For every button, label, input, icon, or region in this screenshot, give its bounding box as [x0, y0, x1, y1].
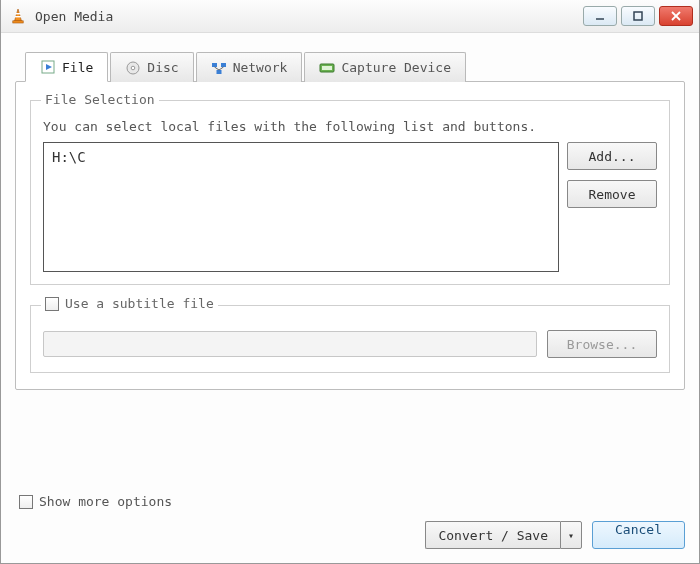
maximize-button[interactable]: [621, 6, 655, 26]
convert-save-button[interactable]: Convert / Save: [425, 521, 560, 549]
subtitle-path-input[interactable]: [43, 331, 537, 357]
file-play-icon: [40, 59, 56, 75]
titlebar: Open Media: [1, 0, 699, 33]
file-list-item[interactable]: H:\C: [52, 149, 550, 165]
remove-button[interactable]: Remove: [567, 180, 657, 208]
svg-rect-2: [15, 16, 21, 17]
svg-rect-13: [221, 63, 226, 67]
disc-icon: [125, 60, 141, 76]
svg-rect-14: [216, 70, 221, 74]
file-selection-hint: You can select local files with the foll…: [43, 119, 657, 134]
browse-subtitle-button[interactable]: Browse...: [547, 330, 657, 358]
close-button[interactable]: [659, 6, 693, 26]
convert-save-split-button: Convert / Save ▾: [425, 521, 582, 549]
window-title: Open Media: [35, 9, 583, 24]
show-more-options-label: Show more options: [39, 494, 172, 509]
tab-bar: File Disc Network: [15, 51, 685, 81]
add-button[interactable]: Add...: [567, 142, 657, 170]
vlc-cone-icon: [9, 7, 27, 25]
file-selection-group: File Selection You can select local file…: [30, 100, 670, 285]
cancel-button-label: Cancel: [615, 522, 662, 537]
tab-network-label: Network: [233, 60, 288, 75]
tab-network[interactable]: Network: [196, 52, 303, 82]
tab-disc[interactable]: Disc: [110, 52, 193, 82]
svg-rect-5: [634, 12, 642, 20]
capture-device-icon: [319, 60, 335, 76]
minimize-button[interactable]: [583, 6, 617, 26]
svg-rect-18: [322, 66, 332, 70]
use-subtitle-label: Use a subtitle file: [65, 296, 214, 311]
show-more-options-checkbox[interactable]: [19, 495, 33, 509]
svg-rect-1: [16, 13, 21, 14]
tab-file[interactable]: File: [25, 52, 108, 82]
tab-file-label: File: [62, 60, 93, 75]
svg-marker-0: [15, 9, 22, 21]
svg-rect-12: [212, 63, 217, 67]
footer: Show more options Convert / Save ▾ Cance…: [1, 486, 699, 563]
content-area: File Disc Network: [1, 33, 699, 486]
chevron-down-icon: ▾: [568, 530, 574, 541]
svg-point-11: [132, 66, 136, 70]
svg-line-16: [219, 67, 224, 70]
subtitle-group: Use a subtitle file Browse...: [30, 305, 670, 373]
tab-panel-file: File Selection You can select local file…: [15, 81, 685, 390]
svg-marker-9: [46, 64, 52, 70]
window-controls: [583, 6, 697, 26]
tab-capture-label: Capture Device: [341, 60, 451, 75]
convert-save-label: Convert / Save: [438, 528, 548, 543]
remove-button-label: Remove: [589, 187, 636, 202]
open-media-window: Open Media File: [0, 0, 700, 564]
use-subtitle-checkbox[interactable]: [45, 297, 59, 311]
add-button-label: Add...: [589, 149, 636, 164]
network-icon: [211, 60, 227, 76]
convert-save-dropdown[interactable]: ▾: [560, 521, 582, 549]
browse-button-label: Browse...: [567, 337, 637, 352]
tab-disc-label: Disc: [147, 60, 178, 75]
svg-line-15: [214, 67, 219, 70]
svg-rect-3: [13, 21, 23, 23]
tab-capture-device[interactable]: Capture Device: [304, 52, 466, 82]
file-selection-legend: File Selection: [41, 92, 159, 107]
cancel-button[interactable]: Cancel: [592, 521, 685, 549]
file-list[interactable]: H:\C: [43, 142, 559, 272]
